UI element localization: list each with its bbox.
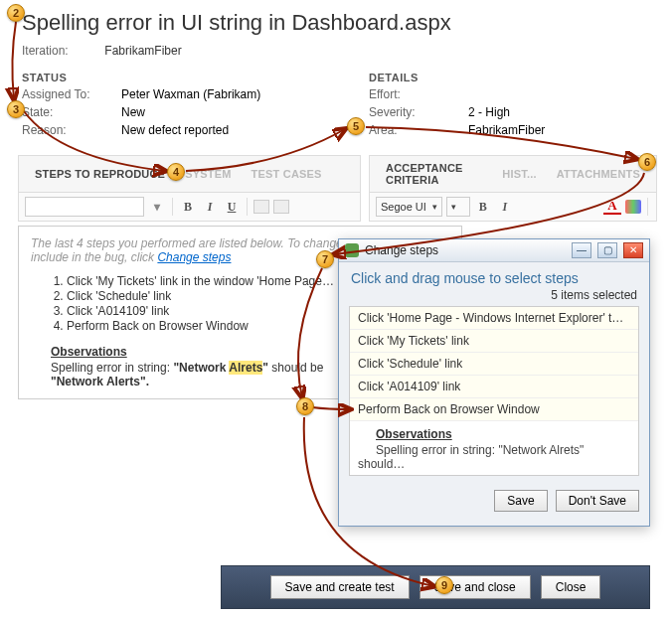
dialog-selection-count: 5 items selected [339, 288, 649, 306]
change-steps-link[interactable]: Change steps [157, 250, 231, 264]
italic-button[interactable]: I [496, 198, 514, 216]
save-create-test-button[interactable]: Save and create test [270, 575, 410, 599]
italic-button[interactable]: I [201, 198, 219, 216]
tabs-right: ACCEPTANCE CRITERIA HIST... ATTACHMENTS [369, 155, 657, 193]
list-item[interactable]: Click 'A014109' link [350, 376, 638, 398]
steps-list[interactable]: Click 'Home Page - Windows Internet Expl… [349, 306, 639, 476]
obs-text: Spelling error in string: [51, 361, 173, 375]
format-block-input[interactable] [25, 197, 144, 217]
misspelled-word: Alrets [229, 361, 262, 375]
toolbar-left: ▾ B I U [18, 193, 361, 222]
status-header: STATUS [22, 72, 365, 83]
list-item[interactable]: Click 'Schedule' link [350, 353, 638, 376]
callout-2: 2 [7, 4, 25, 22]
bold-button[interactable]: B [179, 198, 197, 216]
reason-label: Reason: [22, 123, 121, 137]
bold-button[interactable]: B [474, 198, 492, 216]
area-label: Area: [369, 123, 468, 137]
font-color-button[interactable]: A [603, 199, 621, 215]
dialog-save-button[interactable]: Save [494, 490, 547, 512]
dialog-dont-save-button[interactable]: Don't Save [556, 490, 639, 512]
change-steps-dialog: Change steps — ▢ ✕ Click and drag mouse … [338, 238, 650, 527]
callout-3: 3 [7, 100, 25, 118]
iteration-value: FabrikamFiber [104, 44, 181, 58]
highlight-button[interactable] [625, 200, 641, 214]
image-button-2[interactable] [273, 200, 289, 214]
obs-text: should be [268, 361, 323, 375]
assigned-to-value: Peter Waxman (Fabrikam) [121, 87, 260, 101]
tabs-left: STEPS TO REPRODUCE SYSTEM TEST CASES [18, 155, 361, 193]
callout-5: 5 [347, 117, 365, 135]
tab-testcases[interactable]: TEST CASES [242, 166, 332, 182]
list-item[interactable]: Click 'My Tickets' link [350, 330, 638, 353]
effort-label: Effort: [369, 87, 468, 101]
callout-7: 7 [316, 250, 334, 268]
observations-header: Observations [376, 427, 630, 441]
font-size-dropdown[interactable]: ▾ [446, 197, 470, 217]
severity-label: Severity: [369, 105, 468, 119]
app-icon [345, 243, 359, 257]
close-button[interactable]: ✕ [623, 242, 643, 258]
list-item[interactable]: Click 'Home Page - Windows Internet Expl… [350, 307, 638, 330]
close-button[interactable]: Close [541, 575, 601, 599]
chevron-down-icon: ▾ [451, 202, 456, 212]
callout-6: 6 [638, 153, 656, 171]
assigned-to-label: Assigned To: [22, 87, 121, 101]
tab-history[interactable]: HIST... [492, 166, 546, 182]
list-item[interactable]: Perform Back on Browser Window [350, 398, 638, 421]
state-label: State: [22, 105, 121, 119]
maximize-button[interactable]: ▢ [597, 242, 617, 258]
tab-attachments[interactable]: ATTACHMENTS [547, 166, 650, 182]
dialog-titlebar[interactable]: Change steps — ▢ ✕ [339, 239, 649, 262]
area-value: FabrikamFiber [468, 123, 545, 137]
observations-body: Spelling error in string: "Network Alret… [358, 443, 584, 471]
callout-8: 8 [296, 397, 314, 415]
bug-title: Spelling error in UI string in Dashboard… [0, 0, 672, 44]
chevron-down-icon[interactable]: ▾ [148, 198, 166, 216]
dialog-title: Change steps [365, 243, 566, 257]
state-value: New [121, 105, 145, 119]
dialog-subtitle: Click and drag mouse to select steps [339, 262, 649, 288]
obs-text: "Network Alerts". [51, 375, 149, 388]
severity-value: 2 - High [468, 105, 510, 119]
toolbar-right: Segoe UI ▾ ▾ B I A [369, 193, 657, 222]
font-dropdown-value: Segoe UI [381, 201, 426, 213]
tab-system[interactable]: SYSTEM [175, 166, 241, 182]
list-observations: Observations Spelling error in string: "… [350, 421, 638, 475]
iteration-label: Iteration: [22, 44, 101, 58]
callout-9: 9 [435, 576, 453, 594]
tab-steps[interactable]: STEPS TO REPRODUCE [25, 166, 175, 182]
iteration-row: Iteration: FabrikamFiber [0, 44, 672, 58]
minimize-button[interactable]: — [572, 242, 591, 258]
image-button[interactable] [253, 200, 269, 214]
chevron-down-icon: ▾ [432, 202, 437, 212]
underline-button[interactable]: U [223, 198, 241, 216]
font-dropdown[interactable]: Segoe UI ▾ [376, 197, 442, 217]
callout-4: 4 [167, 163, 185, 181]
reason-value: New defect reported [121, 123, 229, 137]
details-header: DETAILS [369, 72, 653, 83]
tab-acceptance[interactable]: ACCEPTANCE CRITERIA [376, 160, 492, 188]
obs-text: "Network [173, 361, 229, 375]
